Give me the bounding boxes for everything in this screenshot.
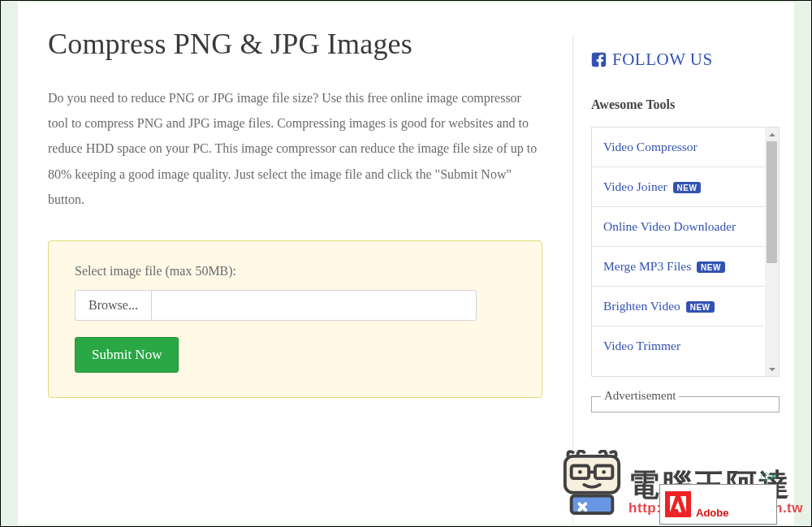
page-title: Compress PNG & JPG Images <box>48 27 542 61</box>
follow-us-text: FOLLOW US <box>612 50 713 70</box>
browse-button[interactable]: Browse... <box>75 290 151 321</box>
file-name-field[interactable] <box>151 290 477 321</box>
tool-item[interactable]: Video Joiner NEW <box>592 167 765 207</box>
advertisement-box: Advertisement <box>591 396 780 413</box>
adobe-logo-icon <box>665 491 691 517</box>
upload-card: Select image file (max 50MB): Browse... … <box>48 240 542 398</box>
tool-item[interactable]: Brighten Video NEW <box>592 287 765 326</box>
upload-label: Select image file (max 50MB): <box>75 264 516 279</box>
adobe-ad[interactable]: Adobe <box>659 484 777 525</box>
file-input-row: Browse... <box>75 290 477 321</box>
tool-link[interactable]: Merge MP3 Files <box>603 259 691 273</box>
tool-item[interactable]: Video Compressor <box>592 127 765 167</box>
tool-link[interactable]: Online Video Downloader <box>603 219 736 233</box>
new-badge: NEW <box>686 301 715 313</box>
follow-us-link[interactable]: FOLLOW US <box>591 50 780 70</box>
tool-item[interactable]: Merge MP3 Files NEW <box>592 247 765 287</box>
tool-list-container: Video CompressorVideo Joiner NEWOnline V… <box>591 127 780 377</box>
tool-link[interactable]: Video Trimmer <box>603 339 680 352</box>
new-badge: NEW <box>697 261 725 273</box>
advertisement-label: Advertisement <box>601 389 679 403</box>
submit-button[interactable]: Submit Now <box>75 337 179 373</box>
adobe-ad-text: Adobe <box>696 507 728 519</box>
tool-link[interactable]: Video Joiner <box>603 179 667 193</box>
page-description: Do you need to reduce PNG or JPG image f… <box>48 85 542 212</box>
tool-link[interactable]: Video Compressor <box>603 140 698 153</box>
tool-item[interactable]: Video Trimmer <box>592 326 765 365</box>
tool-list-scrollbar[interactable] <box>765 127 779 376</box>
tool-link[interactable]: Brighten Video <box>603 299 680 313</box>
ad-close-icon[interactable]: ⓘ✕ <box>761 471 777 483</box>
scroll-up-arrow[interactable] <box>765 127 779 141</box>
new-badge: NEW <box>673 182 702 193</box>
scroll-down-arrow[interactable] <box>765 362 779 376</box>
scroll-thumb[interactable] <box>767 141 777 263</box>
tool-list: Video CompressorVideo Joiner NEWOnline V… <box>592 127 765 376</box>
tools-heading: Awesome Tools <box>591 97 780 112</box>
facebook-icon <box>591 52 607 67</box>
tool-item[interactable]: Online Video Downloader <box>592 207 765 247</box>
